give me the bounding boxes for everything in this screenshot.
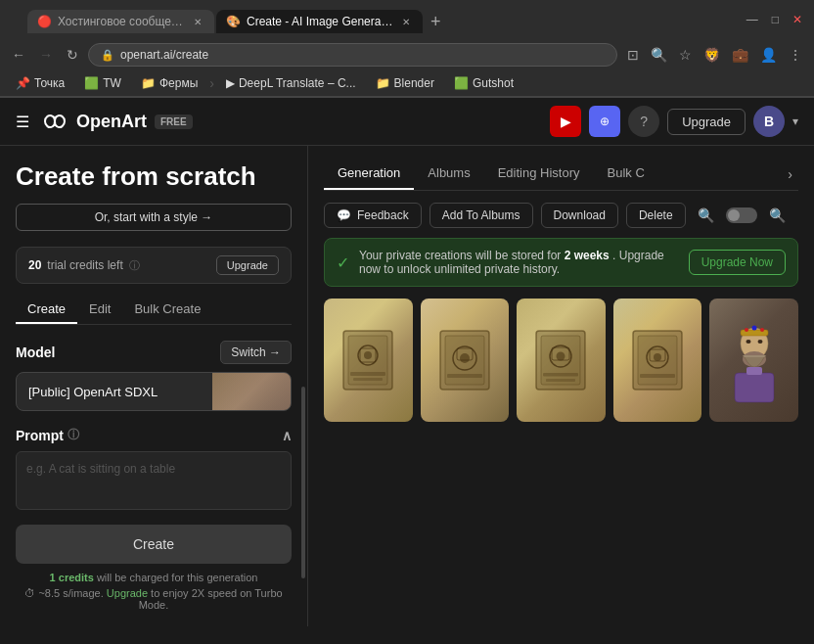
credits-label: trial credits left bbox=[47, 258, 122, 272]
start-with-style-button[interactable]: Or, start with a style → bbox=[16, 204, 292, 231]
svg-rect-18 bbox=[543, 373, 578, 377]
brave-icon-btn[interactable]: 🦁 bbox=[700, 43, 724, 67]
zoom-icon-btn[interactable]: 🔍 bbox=[647, 43, 671, 67]
refresh-button[interactable]: ↻ bbox=[63, 43, 82, 67]
feedback-button[interactable]: 💬 Feedback bbox=[324, 203, 422, 228]
tab-bulk-create[interactable]: Bulk Create bbox=[122, 296, 212, 324]
wallet-icon-btn[interactable]: 💼 bbox=[728, 43, 752, 67]
tab-edit[interactable]: Edit bbox=[77, 296, 122, 324]
bookmark-icon-3: 📁 bbox=[141, 76, 156, 90]
add-to-albums-button[interactable]: Add To Albums bbox=[430, 203, 533, 228]
view-toggle[interactable] bbox=[726, 207, 757, 223]
bookmark-label-3: Фермы bbox=[159, 76, 198, 90]
bookmark-6[interactable]: 🟩 Gutshot bbox=[446, 74, 521, 92]
tab-close-2[interactable]: ✕ bbox=[399, 15, 413, 28]
minimize-button[interactable]: — bbox=[743, 9, 762, 30]
image-placeholder-1 bbox=[324, 299, 413, 422]
feedback-icon: 💬 bbox=[337, 208, 351, 222]
discord-button[interactable]: ⊕ bbox=[589, 106, 620, 137]
tab-close-1[interactable]: ✕ bbox=[191, 15, 204, 28]
image-card-3[interactable] bbox=[517, 299, 606, 422]
youtube-button[interactable]: ▶ bbox=[550, 106, 581, 137]
back-button[interactable]: ← bbox=[8, 43, 29, 67]
close-button[interactable]: ✕ bbox=[789, 9, 806, 30]
image-card-5[interactable] bbox=[709, 299, 798, 422]
image-card-2[interactable] bbox=[421, 299, 510, 422]
right-tab-editing-history[interactable]: Editing History bbox=[484, 158, 594, 190]
upgrade-header-button[interactable]: Upgrade bbox=[667, 109, 746, 135]
create-button[interactable]: Create bbox=[16, 525, 292, 564]
charge-text: will be charged for this generation bbox=[97, 572, 257, 583]
nav-icons: ⊡ 🔍 ☆ 🦁 💼 👤 ⋮ bbox=[623, 43, 806, 67]
bookmark-1[interactable]: 📌 Точка bbox=[8, 74, 72, 92]
portrait-image bbox=[725, 316, 784, 404]
maximize-button[interactable]: □ bbox=[768, 9, 783, 30]
right-tab-more-button[interactable]: › bbox=[782, 159, 798, 190]
image-card-4[interactable] bbox=[613, 299, 702, 422]
nav-bar: ← → ↻ 🔒 openart.ai/create ⊡ 🔍 ☆ 🦁 💼 👤 ⋮ bbox=[0, 39, 814, 70]
search-button-1[interactable]: 🔍 bbox=[694, 204, 718, 227]
svg-rect-34 bbox=[735, 373, 774, 402]
panel-tabs: Create Edit Bulk Create bbox=[16, 296, 292, 325]
right-tab-generation[interactable]: Generation bbox=[324, 158, 414, 190]
bookmark-star-btn[interactable]: ☆ bbox=[675, 43, 696, 67]
svg-rect-35 bbox=[746, 367, 762, 375]
tab-label-2: Create - AI Image Generator | C... bbox=[247, 15, 393, 28]
model-card[interactable]: [Public] OpenArt SDXL bbox=[16, 372, 292, 411]
tab-1[interactable]: 🔴 Хостинговое сообщество «Ti... ✕ bbox=[27, 10, 214, 33]
hamburger-button[interactable]: ☰ bbox=[16, 113, 29, 131]
model-label: Model bbox=[16, 345, 55, 360]
tab-favicon-1: 🔴 bbox=[37, 15, 52, 28]
header-right: ▶ ⊕ ? Upgrade B ▾ bbox=[550, 106, 798, 137]
profile-icon-btn[interactable]: 👤 bbox=[756, 43, 781, 67]
svg-point-11 bbox=[460, 353, 470, 363]
svg-point-30 bbox=[757, 340, 762, 344]
image-placeholder-2 bbox=[421, 299, 510, 422]
bookmark-sep-1: › bbox=[209, 75, 214, 91]
svg-rect-5 bbox=[350, 372, 385, 376]
notification-banner: ✓ Your private creations will be stored … bbox=[324, 238, 798, 287]
bookmark-icon-5: 📁 bbox=[376, 76, 390, 90]
right-tab-bulk[interactable]: Bulk C bbox=[594, 158, 658, 190]
switch-model-button[interactable]: Switch → bbox=[220, 341, 292, 364]
bookmark-icon-2: 🟩 bbox=[84, 76, 99, 90]
image-card-1[interactable] bbox=[324, 299, 413, 422]
tab-create[interactable]: Create bbox=[16, 296, 77, 324]
forward-button[interactable]: → bbox=[35, 43, 57, 67]
svg-point-17 bbox=[557, 351, 565, 360]
right-tab-albums[interactable]: Albums bbox=[414, 158, 483, 190]
menu-icon-btn[interactable]: ⋮ bbox=[785, 43, 806, 67]
bookmark-5[interactable]: 📁 Blender bbox=[368, 74, 442, 92]
bookmark-3[interactable]: 📁 Фермы bbox=[133, 74, 205, 92]
svg-rect-1 bbox=[348, 336, 387, 385]
stamp-image-2 bbox=[435, 321, 494, 399]
upgrade-now-button[interactable]: Upgrade Now bbox=[689, 250, 786, 275]
prompt-textarea[interactable] bbox=[16, 451, 292, 510]
prompt-chevron-up[interactable]: ∧ bbox=[282, 428, 292, 443]
right-tabs: Generation Albums Editing History Bulk C… bbox=[324, 158, 798, 191]
credits-upgrade-button[interactable]: Upgrade bbox=[216, 255, 279, 275]
svg-point-31 bbox=[745, 328, 748, 332]
bookmark-label-1: Точка bbox=[34, 76, 65, 90]
cast-icon-btn[interactable]: ⊡ bbox=[623, 43, 643, 67]
title-bar: 🔴 Хостинговое сообщество «Ti... ✕ 🎨 Crea… bbox=[0, 0, 814, 39]
new-tab-button[interactable]: + bbox=[425, 12, 447, 32]
svg-rect-25 bbox=[640, 374, 675, 378]
chevron-down-button[interactable]: ▾ bbox=[792, 115, 798, 128]
turbo-speed: ⏱ ~8.5 s/image. bbox=[24, 587, 103, 599]
toggle-area bbox=[726, 207, 757, 223]
tab-2[interactable]: 🎨 Create - AI Image Generator | C... ✕ bbox=[216, 10, 423, 33]
bookmark-2[interactable]: 🟩 TW bbox=[76, 74, 129, 92]
download-button[interactable]: Download bbox=[541, 203, 618, 228]
model-section-header: Model Switch → bbox=[16, 341, 292, 364]
help-button[interactable]: ? bbox=[628, 106, 659, 137]
turbo-suffix: to enjoy 2X speed on Turbo Mode. bbox=[139, 587, 283, 611]
search-button-2[interactable]: 🔍 bbox=[765, 204, 790, 227]
turbo-upgrade-link[interactable]: Upgrade bbox=[107, 587, 148, 599]
delete-button[interactable]: Delete bbox=[626, 203, 686, 228]
feedback-label: Feedback bbox=[357, 208, 409, 222]
address-bar[interactable]: 🔒 openart.ai/create bbox=[88, 43, 617, 67]
bookmark-label-6: Gutshot bbox=[473, 76, 514, 90]
bookmark-4[interactable]: ▶ DeepL Translate – C... bbox=[218, 74, 364, 92]
avatar-button[interactable]: B bbox=[753, 106, 785, 137]
